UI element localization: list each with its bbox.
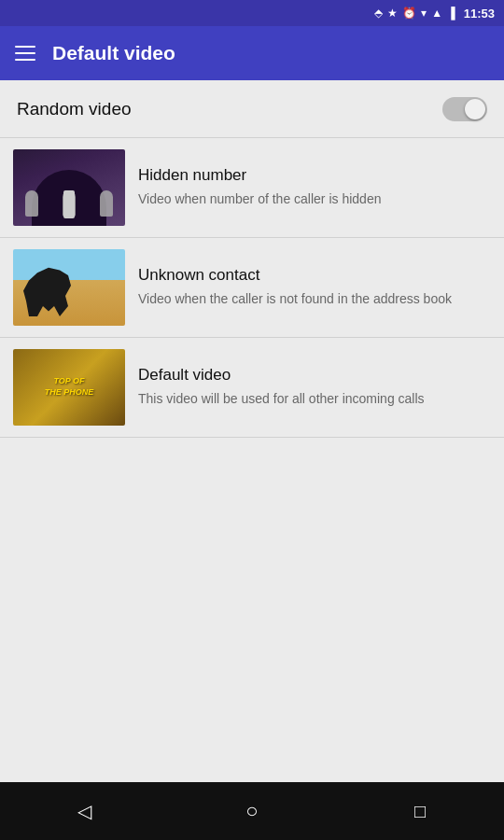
default-video-title: Default video — [138, 366, 491, 385]
horse-silhouette — [21, 265, 77, 316]
hamburger-line — [15, 59, 35, 61]
star-icon: ★ — [387, 7, 398, 20]
toggle-knob — [465, 99, 485, 119]
main-content: Random video Hidden number Video when nu… — [0, 80, 504, 782]
home-button[interactable] — [224, 792, 280, 830]
hidden-number-title: Hidden number — [138, 166, 491, 185]
signal-icon: ▲ — [431, 7, 442, 20]
unknown-contact-info: Unknown contact Video when the caller is… — [138, 266, 491, 309]
hidden-number-info: Hidden number Video when number of the c… — [138, 166, 491, 209]
unknown-contact-item[interactable]: Unknown contact Video when the caller is… — [0, 238, 504, 338]
random-video-toggle[interactable] — [442, 97, 487, 121]
figure-1 — [25, 190, 38, 217]
hidden-number-thumbnail — [13, 149, 125, 226]
default-video-desc: This video will be used for all other in… — [138, 390, 491, 409]
hamburger-line — [15, 52, 35, 54]
app-bar-title: Default video — [52, 42, 175, 64]
status-time: 11:53 — [464, 7, 495, 21]
nav-bar — [0, 782, 504, 840]
menu-button[interactable] — [15, 46, 35, 61]
hidden-number-desc: Video when number of the caller is hidde… — [138, 190, 491, 209]
recent-apps-button[interactable] — [392, 792, 448, 830]
battery-icon: ▐ — [447, 7, 455, 20]
hidden-number-thumb-bg — [13, 149, 125, 226]
unknown-contact-thumb-bg — [13, 249, 125, 326]
random-video-row[interactable]: Random video — [0, 80, 504, 138]
figure-3 — [100, 190, 113, 217]
wifi-icon: ▾ — [421, 7, 427, 20]
back-button[interactable] — [56, 792, 112, 830]
alarm-icon: ⏰ — [402, 7, 416, 20]
unknown-contact-title: Unknown contact — [138, 266, 491, 285]
default-video-thumbnail: TOP OFTHE PHONE — [13, 349, 125, 426]
default-video-item[interactable]: TOP OFTHE PHONE Default video This video… — [0, 338, 504, 438]
figure-2 — [63, 190, 76, 217]
status-icons: ⬘ ★ ⏰ ▾ ▲ ▐ 11:53 — [374, 7, 495, 21]
default-thumb-bg: TOP OFTHE PHONE — [13, 349, 125, 426]
hidden-number-item[interactable]: Hidden number Video when number of the c… — [0, 138, 504, 238]
status-bar: ⬘ ★ ⏰ ▾ ▲ ▐ 11:53 — [0, 0, 504, 26]
hamburger-line — [15, 46, 35, 48]
default-thumb-text: TOP OFTHE PHONE — [45, 376, 94, 398]
unknown-contact-thumbnail — [13, 249, 125, 326]
app-bar: Default video — [0, 26, 504, 80]
bluetooth-icon: ⬘ — [374, 7, 383, 20]
unknown-contact-desc: Video when the caller is not found in th… — [138, 290, 491, 309]
default-video-info: Default video This video will be used fo… — [138, 366, 491, 409]
random-video-label: Random video — [17, 99, 132, 119]
thumb-figures — [13, 190, 125, 217]
